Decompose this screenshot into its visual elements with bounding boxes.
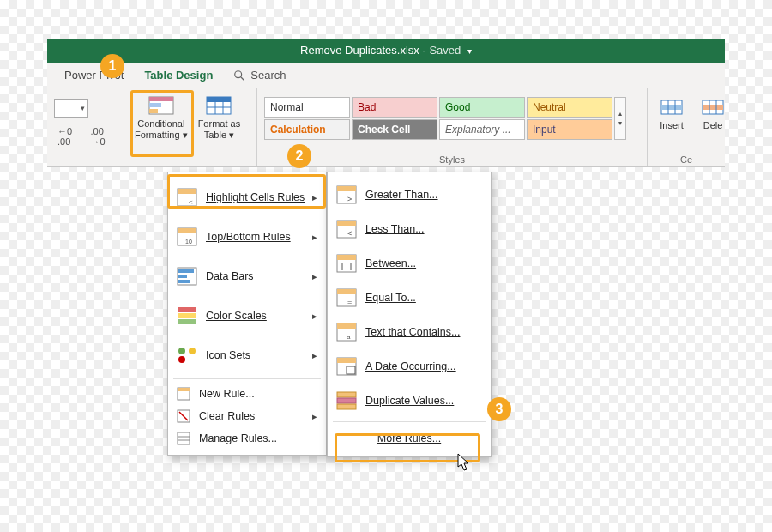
search-icon bbox=[233, 70, 245, 82]
highlight-cells-rules-submenu: > Greater Than... < Less Than... Between… bbox=[327, 172, 492, 457]
ribbon-search[interactable]: Search bbox=[233, 69, 286, 82]
clear-rules-icon bbox=[177, 409, 190, 423]
icon-sets-icon bbox=[177, 346, 197, 365]
decrease-decimal-button[interactable]: .00 →0 bbox=[87, 124, 118, 148]
mouse-cursor bbox=[457, 453, 471, 472]
menu-color-scales[interactable]: Color Scales ▸ bbox=[168, 296, 326, 336]
svg-rect-29 bbox=[178, 307, 196, 312]
date-occurring-icon bbox=[336, 357, 357, 376]
annotation-badge-2: 2 bbox=[287, 144, 311, 168]
svg-text:<: < bbox=[189, 198, 193, 206]
title-dropdown-icon[interactable]: ▾ bbox=[467, 46, 472, 56]
color-scales-icon bbox=[177, 306, 197, 325]
data-bars-icon bbox=[177, 267, 197, 286]
svg-rect-16 bbox=[703, 105, 723, 110]
svg-line-1 bbox=[241, 76, 244, 80]
group-label-number bbox=[54, 154, 117, 166]
menu-greater-than[interactable]: > Greater Than... bbox=[328, 178, 491, 212]
menu-manage-rules[interactable]: Manage Rules... bbox=[168, 427, 326, 450]
svg-rect-26 bbox=[178, 269, 194, 273]
duplicate-values-icon bbox=[336, 391, 357, 410]
svg-rect-46 bbox=[337, 221, 356, 226]
style-calculation[interactable]: Calculation bbox=[264, 119, 350, 140]
submenu-arrow-icon: ▸ bbox=[312, 311, 317, 322]
svg-rect-60 bbox=[347, 366, 355, 374]
menu-date-occurring[interactable]: A Date Occurring... bbox=[328, 349, 491, 384]
insert-button[interactable]: Insert bbox=[654, 95, 689, 133]
svg-text:10: 10 bbox=[185, 239, 192, 245]
menu-clear-rules[interactable]: Clear Rules ▸ bbox=[168, 405, 326, 427]
menu-less-than[interactable]: < Less Than... bbox=[328, 212, 491, 246]
menu-top-bottom-rules[interactable]: 10 Top/Bottom Rules ▸ bbox=[168, 217, 326, 257]
svg-rect-43 bbox=[337, 186, 356, 191]
search-label: Search bbox=[250, 69, 286, 82]
delete-button[interactable]: Dele bbox=[696, 95, 730, 133]
menu-separator bbox=[333, 421, 486, 422]
chevron-down-icon: ▾ bbox=[183, 130, 188, 140]
svg-rect-20 bbox=[178, 189, 196, 194]
cell-styles-gallery[interactable]: Normal Bad Good Neutral Calculation Chec… bbox=[264, 92, 612, 140]
highlight-rules-icon: < bbox=[177, 188, 197, 207]
svg-rect-7 bbox=[207, 97, 231, 102]
menu-equal-to[interactable]: = Equal To... bbox=[328, 281, 491, 315]
submenu-arrow-icon: ▸ bbox=[312, 232, 317, 243]
submenu-arrow-icon: ▸ bbox=[312, 350, 317, 361]
svg-rect-36 bbox=[178, 388, 190, 391]
annotation-badge-3: 3 bbox=[487, 397, 511, 421]
menu-duplicate-values[interactable]: Duplicate Values... bbox=[328, 384, 491, 418]
svg-rect-56 bbox=[337, 323, 356, 329]
new-rule-icon bbox=[177, 387, 190, 401]
svg-text:<: < bbox=[347, 229, 352, 238]
style-input[interactable]: Input bbox=[527, 119, 612, 140]
tab-table-design[interactable]: Table Design bbox=[144, 69, 213, 82]
save-status: Saved bbox=[429, 44, 461, 57]
style-explanatory[interactable]: Explanatory ... bbox=[439, 119, 525, 140]
svg-rect-4 bbox=[149, 103, 161, 107]
svg-rect-28 bbox=[178, 280, 190, 283]
menu-data-bars[interactable]: Data Bars ▸ bbox=[168, 257, 326, 296]
conditional-formatting-menu: < Highlight Cells Rules ▸ 10 Top/Bottom … bbox=[167, 172, 327, 456]
menu-new-rule[interactable]: New Rule... bbox=[168, 383, 326, 405]
svg-rect-49 bbox=[337, 255, 356, 260]
styles-gallery-expand[interactable]: ▴▾ bbox=[614, 97, 626, 140]
svg-rect-12 bbox=[661, 105, 682, 110]
conditional-formatting-button[interactable]: Conditional Formatting ▾ bbox=[131, 94, 191, 142]
svg-point-0 bbox=[235, 70, 242, 77]
format-as-table-button[interactable]: Format as Table ▾ bbox=[195, 94, 244, 142]
group-label-styles: Styles bbox=[264, 154, 640, 166]
number-format-combo[interactable]: ▾ bbox=[54, 99, 88, 118]
insert-icon bbox=[658, 97, 685, 118]
group-label-styles-left bbox=[131, 154, 250, 166]
menu-more-rules[interactable]: More Rules... bbox=[328, 426, 491, 451]
menu-icon-sets[interactable]: Icon Sets ▸ bbox=[168, 336, 326, 375]
style-bad[interactable]: Bad bbox=[352, 97, 437, 118]
conditional-formatting-icon bbox=[148, 95, 175, 116]
menu-text-contains[interactable]: a Text that Contains... bbox=[328, 315, 491, 349]
increase-decimal-button[interactable]: ←0 .00 bbox=[54, 124, 84, 148]
svg-rect-39 bbox=[178, 432, 190, 444]
annotation-badge-1: 1 bbox=[100, 54, 124, 78]
svg-rect-61 bbox=[337, 392, 356, 397]
file-name: Remove Duplicates.xlsx bbox=[300, 44, 419, 57]
svg-point-34 bbox=[178, 356, 185, 363]
svg-rect-30 bbox=[178, 313, 196, 318]
text-contains-icon: a bbox=[336, 323, 357, 342]
svg-rect-53 bbox=[337, 289, 356, 294]
menu-highlight-cells-rules[interactable]: < Highlight Cells Rules ▸ bbox=[168, 178, 326, 217]
ribbon-tabs: Power Pivot Table Design Search bbox=[47, 63, 725, 88]
style-neutral[interactable]: Neutral bbox=[527, 97, 612, 118]
svg-point-33 bbox=[189, 348, 196, 354]
ribbon: ▾ ←0 .00 .00 →0 Conditional Formatting ▾… bbox=[47, 88, 725, 167]
svg-rect-5 bbox=[149, 109, 158, 113]
svg-rect-3 bbox=[149, 97, 173, 101]
less-than-icon: < bbox=[336, 220, 357, 239]
group-label-cells: Ce bbox=[654, 154, 718, 166]
style-normal[interactable]: Normal bbox=[264, 97, 350, 118]
menu-separator bbox=[173, 378, 321, 379]
between-icon bbox=[336, 254, 357, 273]
submenu-arrow-icon: ▸ bbox=[312, 192, 317, 203]
menu-between[interactable]: Between... bbox=[328, 246, 491, 281]
style-check-cell[interactable]: Check Cell bbox=[352, 119, 437, 140]
style-good[interactable]: Good bbox=[439, 97, 525, 118]
chevron-down-icon: ▾ bbox=[229, 130, 234, 140]
